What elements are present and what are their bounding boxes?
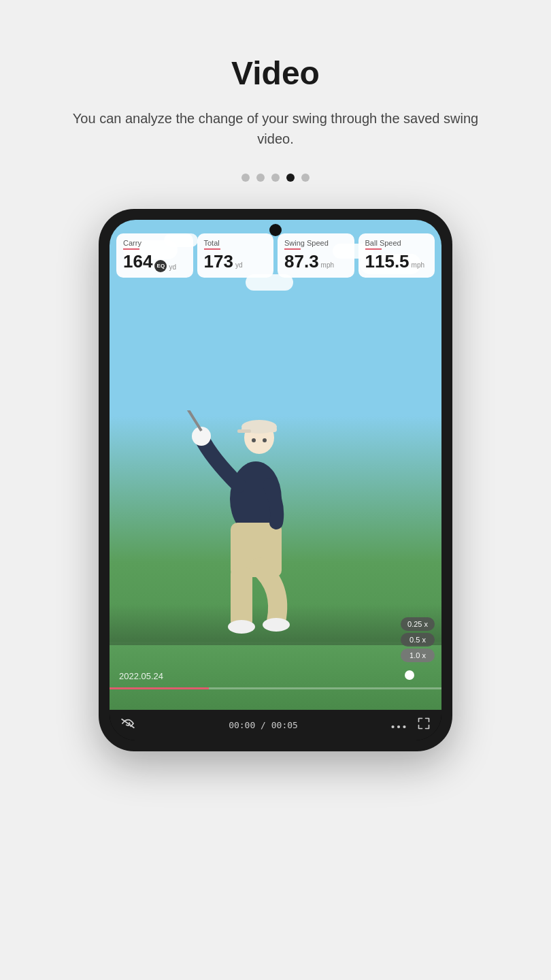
ball-speed-divider: [365, 248, 382, 250]
carry-divider: [123, 248, 139, 250]
swing-speed-card: Swing Speed 87.3 mph: [278, 233, 354, 278]
phone-mockup: Carry 164 EQ yd Total 173 yd: [99, 209, 452, 751]
page-title: Video: [231, 54, 320, 92]
speed-10[interactable]: 1.0 x: [401, 649, 435, 662]
total-unit: yd: [235, 261, 243, 269]
video-controls: 00:00 / 00:05: [110, 710, 441, 740]
carry-value-row: 164 EQ yd: [123, 252, 186, 272]
swing-speed-unit: mph: [321, 261, 334, 269]
total-label: Total: [204, 239, 267, 247]
swing-speed-value: 87.3: [284, 252, 319, 270]
svg-point-7: [228, 620, 255, 634]
ball-speed-value: 115.5: [365, 252, 410, 270]
carry-unit: yd: [169, 263, 176, 271]
phone-notch: [269, 224, 282, 236]
svg-point-15: [403, 725, 405, 728]
total-value-row: 173 yd: [204, 252, 267, 270]
carry-value: 164: [123, 252, 152, 270]
svg-rect-6: [231, 567, 252, 628]
stats-overlay: Carry 164 EQ yd Total 173 yd: [116, 233, 435, 278]
speed-selector[interactable]: 0.25 x 0.5 x 1.0 x: [401, 617, 435, 662]
progress-fill: [110, 687, 209, 689]
svg-rect-3: [237, 429, 251, 433]
ball-speed-label: Ball Speed: [365, 239, 429, 247]
swing-speed-divider: [284, 248, 301, 250]
carry-badge: EQ: [154, 260, 167, 272]
ball-icon: [405, 670, 414, 680]
ball-speed-value-row: 115.5 mph: [365, 252, 429, 270]
golfer-figure: [171, 410, 334, 669]
page-subtitle: You can analyze the change of your swing…: [58, 108, 493, 149]
swing-speed-label: Swing Speed: [284, 239, 348, 247]
carry-label: Carry: [123, 239, 186, 247]
svg-point-13: [391, 725, 394, 728]
dot-2[interactable]: [256, 174, 265, 182]
dot-4[interactable]: [286, 174, 295, 182]
date-overlay: 2022.05.24: [119, 671, 163, 681]
svg-point-14: [397, 725, 400, 728]
time-display: 00:00 / 00:05: [229, 720, 298, 730]
svg-point-8: [263, 618, 290, 632]
progress-bar[interactable]: [110, 687, 441, 689]
ball-speed-card: Ball Speed 115.5 mph: [358, 233, 435, 278]
ball-speed-unit: mph: [412, 261, 424, 269]
speed-025[interactable]: 0.25 x: [401, 617, 435, 631]
right-controls: [391, 717, 431, 734]
hide-overlay-icon[interactable]: [120, 718, 135, 732]
svg-point-11: [252, 438, 256, 442]
svg-line-10: [184, 410, 201, 431]
phone-screen: Carry 164 EQ yd Total 173 yd: [110, 220, 441, 740]
carry-card: Carry 164 EQ yd: [116, 233, 193, 278]
total-divider: [204, 248, 220, 250]
dot-3[interactable]: [271, 174, 280, 182]
dot-5[interactable]: [301, 174, 310, 182]
svg-point-12: [263, 438, 267, 442]
page-indicator: [241, 174, 310, 182]
dot-1[interactable]: [241, 174, 250, 182]
more-options-icon[interactable]: [391, 718, 406, 732]
video-area[interactable]: Carry 164 EQ yd Total 173 yd: [110, 220, 441, 710]
total-value: 173: [204, 252, 233, 270]
fullscreen-icon[interactable]: [417, 717, 431, 734]
swing-speed-value-row: 87.3 mph: [284, 252, 348, 270]
left-controls: [120, 718, 135, 732]
total-card: Total 173 yd: [197, 233, 274, 278]
speed-05[interactable]: 0.5 x: [401, 633, 435, 647]
